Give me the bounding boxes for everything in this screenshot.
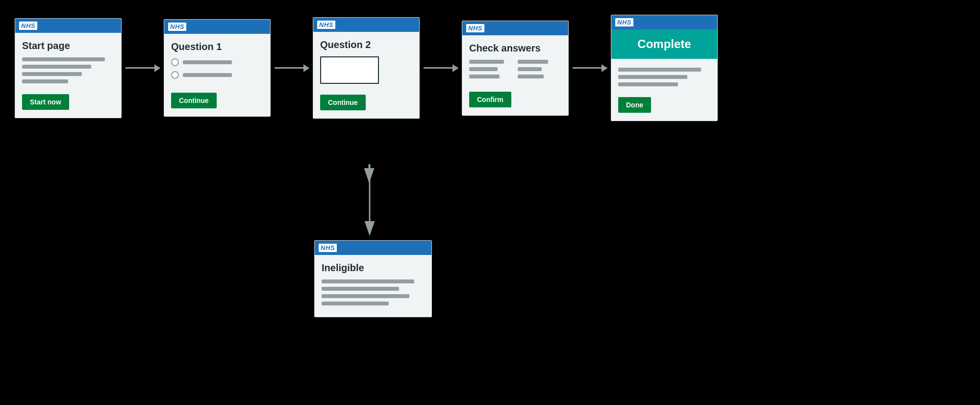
nhs-logo-complete: NHS — [615, 18, 633, 26]
card-ineligible-inner: NHS Ineligible — [314, 240, 432, 317]
card-q1-title: Question 1 — [171, 41, 263, 52]
complete-title: Complete — [618, 37, 710, 51]
radio-row-1 — [171, 58, 263, 66]
card-check-body: Check answers Confirm — [462, 35, 568, 115]
arrow-1 — [126, 67, 160, 69]
arrow-line-4 — [573, 67, 607, 69]
card-check-title: Check answers — [469, 42, 561, 54]
nhs-logo-start: NHS — [19, 22, 37, 30]
arrow-3 — [424, 67, 458, 69]
text-line — [322, 287, 399, 291]
q1-continue-button[interactable]: Continue — [171, 93, 217, 108]
card-q2-title: Question 2 — [320, 39, 412, 51]
top-row: NHS Start page Start now NHS Question 1 — [15, 15, 718, 121]
done-button[interactable]: Done — [618, 97, 651, 113]
nhs-logo-check: NHS — [466, 24, 484, 32]
card-ineligible: NHS Ineligible — [314, 240, 432, 317]
start-now-button[interactable]: Start now — [22, 94, 69, 110]
card-start-body: Start page Start now — [15, 33, 121, 118]
arrow-4 — [573, 67, 607, 69]
text-line — [518, 67, 542, 71]
text-line — [469, 67, 498, 71]
text-line — [618, 82, 678, 86]
radio-circle-2 — [171, 71, 179, 79]
check-cols — [469, 60, 561, 82]
text-line — [22, 65, 91, 69]
arrow-line-3 — [424, 67, 458, 69]
text-line — [322, 302, 389, 305]
radio-row-2 — [171, 71, 263, 79]
card-start-title: Start page — [22, 40, 114, 51]
check-col-right — [518, 60, 561, 82]
text-line — [469, 60, 504, 64]
card-ineligible-title: Ineligible — [322, 262, 425, 274]
card-q1-body: Question 1 Continue — [164, 34, 270, 116]
text-line — [469, 75, 500, 78]
text-line — [322, 294, 409, 298]
text-line — [518, 75, 544, 78]
card-check: NHS Check answers Confirm — [462, 21, 569, 116]
card-q2-header: NHS — [313, 18, 419, 32]
nhs-logo-q1: NHS — [168, 23, 186, 31]
card-start-header: NHS — [15, 19, 121, 33]
text-line — [518, 60, 548, 64]
confirm-button[interactable]: Confirm — [469, 92, 511, 107]
card-check-header: NHS — [462, 21, 568, 35]
q2-continue-button[interactable]: Continue — [320, 95, 366, 110]
text-line — [22, 57, 105, 61]
text-line — [22, 79, 68, 83]
radio-label-1 — [183, 60, 232, 64]
card-ineligible-body: Ineligible — [315, 255, 431, 317]
card-complete-nhs-header: NHS — [611, 15, 717, 29]
arrow-line-1 — [126, 67, 160, 69]
q2-input-box — [320, 56, 379, 84]
arrow-line-2 — [275, 67, 309, 69]
card-start: NHS Start page Start now — [15, 18, 122, 118]
nhs-logo-ineligible: NHS — [319, 244, 337, 252]
card-q2: NHS Question 2 Continue — [313, 17, 420, 119]
text-line — [22, 72, 82, 76]
arrow-2 — [275, 67, 309, 69]
card-q2-body: Question 2 Continue — [313, 32, 419, 118]
text-line — [618, 75, 687, 79]
nhs-logo-q2: NHS — [317, 21, 335, 29]
card-complete: NHS Complete Done — [611, 15, 718, 121]
card-q1: NHS Question 1 Continue — [164, 19, 271, 117]
check-col-left — [469, 60, 513, 82]
diagram: NHS Start page Start now NHS Question 1 — [0, 0, 980, 405]
card-q1-header: NHS — [164, 20, 270, 34]
radio-label-2 — [183, 73, 232, 77]
radio-circle-1 — [171, 58, 179, 66]
text-line — [618, 68, 701, 72]
card-complete-body: Done — [611, 59, 717, 121]
card-ineligible-header: NHS — [315, 241, 431, 255]
text-line — [322, 279, 414, 283]
complete-banner: Complete — [611, 29, 717, 59]
